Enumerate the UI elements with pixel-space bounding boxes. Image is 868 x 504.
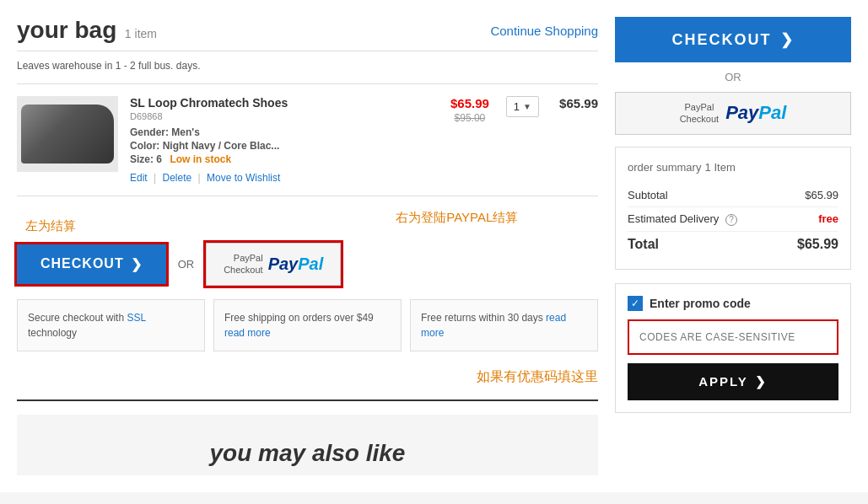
info-box-returns: Free returns within 30 days read more <box>410 299 598 351</box>
product-image <box>17 96 118 172</box>
annotation-left: 左为结算 <box>17 218 308 234</box>
low-stock-badge: Low in stock <box>170 153 231 165</box>
info-box-ssl: Secure checkout with SSL technology <box>17 299 205 351</box>
subtotal-row: Subtotal $65.99 <box>628 184 838 207</box>
quantity-selector[interactable]: 1 ▼ <box>506 96 539 117</box>
product-size: Size: 6 Low in stock <box>130 153 439 165</box>
sale-price: $65.99 <box>450 96 489 110</box>
promo-checkbox[interactable]: ✓ <box>628 296 643 311</box>
shipping-read-more-link[interactable]: read more <box>224 327 271 339</box>
sidebar-or-separator: OR <box>615 67 851 87</box>
continue-shopping-link[interactable]: Continue Shopping <box>490 24 598 38</box>
bag-header: your bag 1 item Continue Shopping <box>17 17 598 44</box>
apply-arrow-icon: ❯ <box>755 374 768 389</box>
paypal-checkout-button[interactable]: PayPal Checkout PayPal <box>206 243 341 286</box>
checkout-buttons-row: CHECKOUT ❯ OR PayPal Checkout PayPal <box>17 243 598 286</box>
promo-input-wrapper <box>628 319 838 355</box>
returns-read-more-link[interactable]: read more <box>421 312 566 339</box>
total-row: Total $65.99 <box>628 232 838 257</box>
edit-link[interactable]: Edit <box>130 172 148 184</box>
bag-title: your bag 1 item <box>17 17 157 44</box>
or-separator: OR <box>178 258 195 271</box>
annotation-right: 右为登陆PAYPAL结算 <box>316 210 599 243</box>
product-actions: Edit | Delete | Move to Wishlist <box>130 172 439 184</box>
warehouse-note: Leaves warehouse in 1 - 2 full bus. days… <box>17 51 598 72</box>
you-may-also-like-section: you may also like <box>17 415 598 475</box>
apply-button[interactable]: APPLY ❯ <box>628 363 838 400</box>
sidebar-checkout-button[interactable]: CHECKOUT ❯ <box>615 17 851 62</box>
product-row: SL Loop Chromatech Shoes D69868 Gender: … <box>17 83 598 196</box>
product-info: SL Loop Chromatech Shoes D69868 Gender: … <box>130 96 439 184</box>
checkout-button[interactable]: CHECKOUT ❯ <box>17 244 166 284</box>
sidebar-paypal-logo: PayPal <box>725 102 786 124</box>
ssl-link[interactable]: SSL <box>127 312 145 324</box>
shoe-thumbnail <box>21 105 114 164</box>
promo-header: ✓ Enter promo code <box>628 296 838 311</box>
price-block: $65.99 $95.00 <box>450 96 489 124</box>
info-box-shipping: Free shipping on orders over $49 read mo… <box>213 299 402 351</box>
price-qty-block: $65.99 $95.00 1 ▼ $65.99 <box>450 96 598 124</box>
section-divider <box>17 399 598 401</box>
promo-label: Enter promo code <box>650 297 751 310</box>
product-sku: D69868 <box>130 111 439 121</box>
sidebar: CHECKOUT ❯ OR PayPal Checkout PayPal ord… <box>615 17 851 475</box>
arrow-icon: ❯ <box>131 256 143 272</box>
delivery-help-icon[interactable]: ? <box>725 214 737 226</box>
promo-annotation: 如果有优惠码填这里 <box>17 368 598 386</box>
promo-section: ✓ Enter promo code APPLY ❯ <box>615 283 851 413</box>
sidebar-arrow-icon: ❯ <box>780 30 795 49</box>
delete-link[interactable]: Delete <box>162 172 191 184</box>
annotation-block: 左为结算 右为登陆PAYPAL结算 <box>17 210 598 243</box>
sidebar-paypal-button[interactable]: PayPal Checkout PayPal <box>615 92 851 135</box>
order-summary-title: order summary 1 Item <box>628 159 838 174</box>
chevron-down-icon: ▼ <box>523 102 531 111</box>
paypal-logo: PayPal <box>268 255 324 274</box>
delivery-row: Estimated Delivery ? free <box>628 207 838 232</box>
total-price: $65.99 <box>556 96 598 110</box>
original-price: $95.00 <box>450 112 489 124</box>
product-color: Color: Night Navy / Core Blac... <box>130 140 439 152</box>
promo-code-input[interactable] <box>629 321 837 353</box>
product-name: SL Loop Chromatech Shoes <box>130 96 439 110</box>
info-boxes: Secure checkout with SSL technology Free… <box>17 299 598 351</box>
delivery-value: free <box>818 212 838 226</box>
product-gender: Gender: Men's <box>130 126 439 138</box>
move-to-wishlist-link[interactable]: Move to Wishlist <box>207 172 280 184</box>
order-summary: order summary 1 Item Subtotal $65.99 Est… <box>615 147 851 270</box>
